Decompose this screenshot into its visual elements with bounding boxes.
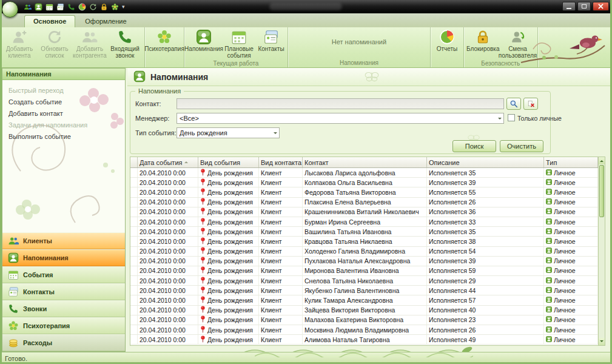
- row-indicator: [130, 237, 138, 246]
- sidebar-link[interactable]: Добавить контакт: [8, 108, 119, 120]
- cell-date: 20.04.2010 0:00: [138, 247, 198, 256]
- column-header-0[interactable]: Дата события: [138, 157, 198, 167]
- scroll-up-button[interactable]: [599, 157, 605, 164]
- scroll-down-button[interactable]: [599, 338, 605, 345]
- table-row[interactable]: 20.04.2010 0:00День рожденияКлиентКрашен…: [130, 207, 598, 217]
- app-menu-button[interactable]: [2, 1, 18, 18]
- expenses-icon: [7, 337, 19, 349]
- planned-events-button[interactable]: Плановые события: [221, 28, 257, 60]
- table-row[interactable]: 20.04.2010 0:00День рожденияКлиентХолоде…: [130, 247, 598, 257]
- incoming-call-icon: [7, 303, 19, 315]
- reminders-icon[interactable]: [34, 2, 43, 12]
- search-button[interactable]: Поиск: [452, 140, 496, 152]
- table-row[interactable]: 20.04.2010 0:00День рожденияКлиентКолпак…: [130, 178, 598, 187]
- psychotherapy-icon[interactable]: [110, 2, 119, 12]
- only-personal-checkbox[interactable]: [508, 114, 515, 121]
- nav-expenses[interactable]: Расходы: [2, 334, 125, 351]
- table-row[interactable]: 20.04.2010 0:00День рожденияКлиентМоскви…: [130, 325, 598, 335]
- nav-reminders[interactable]: Напоминания: [2, 249, 125, 266]
- row-indicator: [130, 187, 138, 197]
- sidebar-link[interactable]: Создать событие: [8, 96, 119, 108]
- sidebar-link: Задачи для напоминания: [8, 120, 119, 131]
- column-header-4[interactable]: Описание: [427, 157, 544, 167]
- nav-planned-events[interactable]: События: [2, 266, 125, 283]
- lock-button[interactable]: Блокировка: [466, 28, 500, 54]
- clients-icon[interactable]: [23, 2, 32, 12]
- cell-description: Исполняется 35: [427, 227, 544, 236]
- nav-clients[interactable]: Клиенты: [2, 232, 125, 249]
- row-indicator: [130, 286, 138, 295]
- table-row[interactable]: 20.04.2010 0:00День рожденияКлиентПухлак…: [130, 257, 598, 266]
- cell-contact-kind: Клиент: [259, 335, 303, 344]
- sidebar-link[interactable]: Выполнить событие: [8, 131, 119, 143]
- tab-oformlenie[interactable]: Оформление: [76, 16, 135, 27]
- contact-search-button[interactable]: [506, 98, 521, 110]
- close-button[interactable]: [593, 2, 609, 11]
- table-row[interactable]: 20.04.2010 0:00День рожденияКлиентЛысако…: [130, 168, 598, 178]
- column-header-1[interactable]: Вид события: [198, 157, 259, 167]
- cell-date: 20.04.2010 0:00: [138, 178, 198, 187]
- reports-button[interactable]: Отчеты: [432, 28, 462, 54]
- table-row[interactable]: 20.04.2010 0:00День рожденияКлиентКравцо…: [130, 237, 598, 246]
- cell-contact-kind: Клиент: [259, 306, 303, 315]
- birthday-icon: [200, 218, 206, 226]
- reports-icon[interactable]: [78, 2, 87, 12]
- cell-type: Личное: [544, 325, 598, 334]
- table-row[interactable]: 20.04.2010 0:00День рожденияКлиентКулик …: [130, 295, 598, 305]
- cell-description: Исполняется 57: [427, 295, 544, 305]
- table-row[interactable]: 20.04.2010 0:00День рожденияКлиентЗайцев…: [130, 306, 598, 315]
- wave-decoration: [255, 348, 473, 357]
- table-row[interactable]: 20.04.2010 0:00День рожденияКлиентМироно…: [130, 266, 598, 276]
- cell-date: 20.04.2010 0:00: [138, 266, 198, 275]
- ribbon-group-label: Текущая работа: [186, 60, 286, 67]
- sidebar-header: Напоминания: [2, 69, 125, 80]
- column-header-label: Описание: [429, 159, 460, 166]
- table-row[interactable]: 20.04.2010 0:00День рожденияКлиентАлимов…: [130, 335, 598, 345]
- maximize-button[interactable]: [577, 2, 591, 11]
- manager-combo[interactable]: <Все>: [177, 113, 504, 124]
- vertical-scrollbar[interactable]: [598, 157, 605, 345]
- nav-label: Клиенты: [23, 237, 52, 244]
- table-row[interactable]: 20.04.2010 0:00День рожденияКлиентВашили…: [130, 227, 598, 237]
- column-header-3[interactable]: Контакт: [303, 157, 427, 167]
- table-row[interactable]: 20.04.2010 0:00День рожденияКлиентФедоро…: [130, 187, 598, 197]
- psychotherapy-button[interactable]: Психотерапия: [147, 28, 182, 54]
- column-header-5[interactable]: Тип: [544, 157, 598, 167]
- contacts-icon: [7, 286, 19, 298]
- cell-description: Исполняется 49: [427, 335, 544, 344]
- reminders-button[interactable]: Напоминания: [186, 28, 221, 54]
- incoming-call-button[interactable]: Входящий звонок: [107, 28, 143, 60]
- table-row[interactable]: 20.04.2010 0:00День рожденияКлиентБурман…: [130, 217, 598, 227]
- minimize-button[interactable]: [562, 2, 576, 11]
- contacts-button[interactable]: Контакты: [257, 28, 286, 54]
- lock-icon[interactable]: [99, 2, 109, 12]
- planned-events-icon[interactable]: [45, 2, 54, 12]
- contact-clear-button[interactable]: [523, 98, 538, 110]
- quick-access-dropdown-icon[interactable]: ▾: [122, 4, 125, 10]
- nav-psychotherapy[interactable]: Психотерапия: [2, 317, 125, 334]
- table-row[interactable]: 20.04.2010 0:00День рожденияКлиентЯкубен…: [130, 286, 598, 295]
- cell-contact: Зайцева Виктория Викторовна: [303, 306, 427, 315]
- reminders-table: Дата событияВид событияВид контактаКонта…: [130, 157, 605, 346]
- nav-incoming-call[interactable]: Звонки: [2, 300, 125, 317]
- table-row[interactable]: 20.04.2010 0:00День рожденияКлиентПлакси…: [130, 198, 598, 207]
- table-row[interactable]: 20.04.2010 0:00День рожденияКлиентМалахо…: [130, 315, 598, 325]
- ribbon-group-2: НапоминанияПлановые событияКонтактыТекущ…: [184, 27, 288, 67]
- personal-icon: [546, 326, 552, 334]
- nav-contacts[interactable]: Контакты: [2, 283, 125, 300]
- incoming-call-icon[interactable]: [67, 2, 76, 12]
- nav-label: События: [23, 271, 53, 278]
- clear-button[interactable]: Очистить: [500, 140, 543, 152]
- cell-contact: Вашилина Татьяна Ивановна: [303, 227, 427, 236]
- contacts-icon[interactable]: [56, 2, 65, 12]
- nav-label: Контакты: [23, 288, 55, 295]
- cell-type: Личное: [544, 266, 598, 275]
- reminders-icon: [196, 29, 212, 45]
- table-row[interactable]: 20.04.2010 0:00День рожденияКлиентСнелов…: [130, 276, 598, 286]
- tab-osnovnoe[interactable]: Основное: [24, 15, 75, 27]
- event-type-combo[interactable]: День рождения: [177, 127, 280, 138]
- reminders-icon: [7, 252, 19, 264]
- scrollbar-thumb[interactable]: [599, 165, 604, 217]
- refresh-list-icon[interactable]: [89, 2, 98, 12]
- column-header-2[interactable]: Вид контакта: [259, 157, 303, 167]
